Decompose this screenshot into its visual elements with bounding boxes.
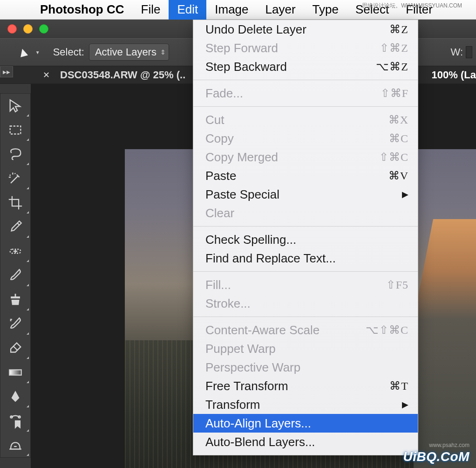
menu-item-undo-delete-layer[interactable]: Undo Delete Layer⌘Z xyxy=(193,20,418,39)
mac-menubar: Photoshop CC File Edit Image Layer Type … xyxy=(0,0,476,20)
marquee-tool[interactable] xyxy=(0,118,30,142)
menu-separator xyxy=(193,271,418,272)
menu-item-label: Stroke... xyxy=(205,296,408,311)
submenu-arrow-icon: ▶ xyxy=(402,189,408,200)
menu-item-label: Content-Aware Scale xyxy=(205,323,366,337)
menu-item-label: Find and Replace Text... xyxy=(205,251,408,266)
menu-item-fill: Fill...⇧F5 xyxy=(193,275,418,294)
menu-item-shortcut: ⌥⇧⌘C xyxy=(366,323,408,337)
magic-wand-tool[interactable] xyxy=(0,166,30,191)
history-brush-tool[interactable] xyxy=(0,312,30,336)
menu-item-label: Auto-Blend Layers... xyxy=(205,435,408,449)
crop-tool[interactable] xyxy=(0,191,30,215)
menu-item-copy: Copy⌘C xyxy=(193,129,418,148)
menu-item-shortcut: ⌘C xyxy=(389,132,408,145)
menu-type[interactable]: Type xyxy=(304,0,347,20)
edit-menu-dropdown: Undo Delete Layer⌘ZStep Forward⇧⌘ZStep B… xyxy=(193,20,418,455)
panel-collapse-icon[interactable]: ▶▶ xyxy=(0,66,13,77)
tool-preset-dropdown-icon[interactable]: ▼ xyxy=(35,50,40,55)
menu-item-label: Cut xyxy=(205,113,388,127)
menu-item-shortcut: ⇧F5 xyxy=(386,278,408,291)
menu-item-shortcut: ⇧⌘F xyxy=(381,87,408,100)
menu-item-label: Puppet Warp xyxy=(205,342,408,356)
menu-item-free-transform[interactable]: Free Transform⌘T xyxy=(193,377,418,395)
watermark-logo: UiBQ.CoM xyxy=(403,449,469,464)
menu-item-label: Copy xyxy=(205,131,389,146)
menu-item-copy-merged: Copy Merged⇧⌘C xyxy=(193,148,418,166)
menu-item-fade: Fade...⇧⌘F xyxy=(193,84,418,103)
menu-item-label: Perspective Warp xyxy=(205,360,408,375)
menu-layer[interactable]: Layer xyxy=(257,0,304,20)
menu-separator xyxy=(193,80,418,80)
menu-item-label: Paste xyxy=(205,169,388,183)
menu-item-label: Step Forward xyxy=(205,41,380,55)
menu-item-label: Paste Special xyxy=(205,187,408,202)
menu-item-shortcut: ⇧⌘Z xyxy=(380,41,408,55)
menu-separator xyxy=(193,106,418,107)
document-tab-1[interactable]: DSC03548.ARW @ 25% (.. xyxy=(60,69,185,81)
menu-file[interactable]: File xyxy=(133,0,169,20)
gradient-tool[interactable] xyxy=(0,360,30,385)
watermark-url: www.psahz.com xyxy=(429,442,469,448)
eyedropper-tool[interactable] xyxy=(0,215,30,239)
menu-item-transform[interactable]: Transform▶ xyxy=(193,395,418,414)
move-tool[interactable] xyxy=(0,94,30,118)
menu-item-step-forward: Step Forward⇧⌘Z xyxy=(193,39,418,57)
healing-brush-tool[interactable] xyxy=(0,239,30,263)
menu-item-label: Fade... xyxy=(205,86,381,101)
menu-item-label: Copy Merged xyxy=(205,150,379,165)
document-tab-2[interactable]: 100% (La xyxy=(432,69,476,81)
menu-separator xyxy=(193,317,418,317)
svg-point-3 xyxy=(14,397,16,399)
menu-item-paste-special[interactable]: Paste Special▶ xyxy=(193,185,418,204)
minimize-window-button[interactable] xyxy=(23,24,33,34)
tools-panel xyxy=(0,93,31,458)
menu-item-auto-align-layers[interactable]: Auto-Align Layers... xyxy=(193,414,418,433)
app-menu[interactable]: Photoshop CC xyxy=(32,0,133,20)
menu-item-shortcut: ⌘Z xyxy=(389,23,408,36)
menu-item-label: Fill... xyxy=(205,278,386,292)
svg-rect-2 xyxy=(9,370,21,375)
menu-item-label: Check Spelling... xyxy=(205,233,408,247)
menu-item-label: Free Transform xyxy=(205,379,389,393)
menu-item-content-aware-scale: Content-Aware Scale⌥⇧⌘C xyxy=(193,321,418,339)
clone-stamp-tool[interactable] xyxy=(0,288,30,312)
brush-tool[interactable] xyxy=(0,263,30,288)
menu-item-label: Transform xyxy=(205,398,408,412)
menu-item-label: Undo Delete Layer xyxy=(205,22,389,37)
path-selection-tool[interactable] xyxy=(0,409,30,433)
menu-image[interactable]: Image xyxy=(206,0,257,20)
width-input[interactable] xyxy=(466,46,472,58)
select-dropdown[interactable]: Active Layers xyxy=(89,44,169,61)
menu-item-step-backward[interactable]: Step Backward⌥⌘Z xyxy=(193,57,418,76)
menu-separator xyxy=(193,226,418,227)
menu-item-puppet-warp: Puppet Warp xyxy=(193,339,418,358)
menu-item-shortcut: ⌘X xyxy=(388,113,408,126)
custom-shape-tool[interactable] xyxy=(0,433,30,457)
move-tool-icon[interactable]: ▲ xyxy=(15,43,31,61)
eraser-tool[interactable] xyxy=(0,336,30,360)
select-label: Select: xyxy=(53,46,84,58)
tab-close-icon[interactable]: ✕ xyxy=(43,70,50,80)
menu-item-label: Auto-Align Layers... xyxy=(205,416,408,431)
pen-tool[interactable] xyxy=(0,385,30,409)
close-window-button[interactable] xyxy=(7,24,17,34)
watermark-top: 思缘设计论坛。WWW.MISSYUAN.COM xyxy=(362,2,462,10)
lasso-tool[interactable] xyxy=(0,142,30,166)
width-label: W: xyxy=(451,46,463,58)
menu-item-find-and-replace-text[interactable]: Find and Replace Text... xyxy=(193,249,418,268)
menu-item-cut: Cut⌘X xyxy=(193,110,418,129)
menu-item-shortcut: ⇧⌘C xyxy=(379,151,408,164)
zoom-window-button[interactable] xyxy=(39,24,48,34)
menu-item-label: Clear xyxy=(205,206,408,220)
menu-item-perspective-warp: Perspective Warp xyxy=(193,358,418,377)
submenu-arrow-icon: ▶ xyxy=(402,399,408,410)
menu-item-check-spelling[interactable]: Check Spelling... xyxy=(193,230,418,249)
menu-item-shortcut: ⌥⌘Z xyxy=(376,60,408,73)
menu-item-shortcut: ⌘T xyxy=(389,379,408,392)
menu-item-paste[interactable]: Paste⌘V xyxy=(193,166,418,185)
menu-item-shortcut: ⌘V xyxy=(388,169,408,182)
menu-edit[interactable]: Edit xyxy=(169,0,206,20)
menu-item-auto-blend-layers[interactable]: Auto-Blend Layers... xyxy=(193,433,418,451)
menu-item-stroke: Stroke... xyxy=(193,294,418,313)
